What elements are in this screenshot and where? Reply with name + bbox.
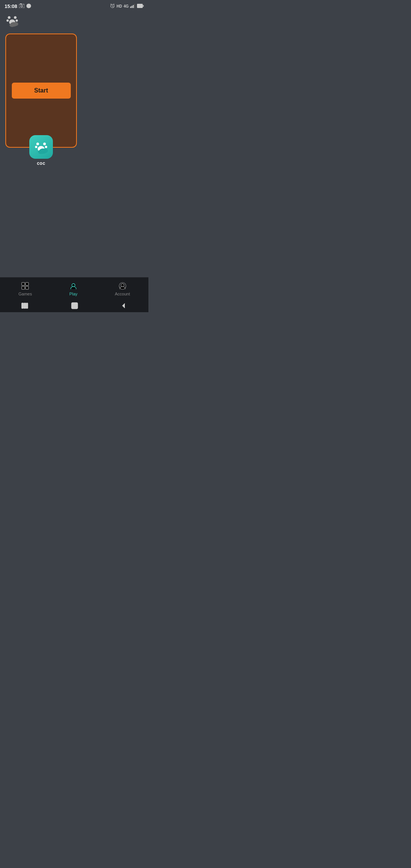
svg-point-28 (35, 146, 37, 148)
svg-rect-2 (20, 3, 22, 5)
svg-point-29 (45, 146, 47, 148)
nav-item-play[interactable]: Play (61, 280, 86, 298)
photo-status-icon (19, 3, 24, 9)
svg-rect-0 (19, 4, 24, 8)
games-icon (21, 281, 30, 290)
svg-point-38 (72, 284, 75, 287)
svg-rect-41 (22, 303, 24, 308)
bottom-nav: Games Play Account (0, 277, 148, 300)
start-button[interactable]: Start (12, 83, 71, 99)
svg-rect-13 (133, 5, 134, 8)
clock-status-icon (26, 3, 31, 9)
svg-point-19 (14, 16, 17, 19)
svg-point-21 (16, 19, 18, 22)
signal-icon (130, 4, 135, 9)
svg-point-39 (121, 284, 124, 287)
svg-point-20 (6, 19, 9, 22)
status-left: 15:08 (5, 3, 31, 9)
battery-icon (137, 4, 144, 9)
play-icon (69, 281, 78, 290)
nav-item-account[interactable]: Account (107, 280, 138, 298)
status-bar: 15:08 HD 4G (0, 0, 148, 11)
nav-item-games[interactable]: Games (11, 280, 39, 298)
svg-rect-17 (143, 5, 144, 7)
svg-rect-35 (25, 282, 29, 286)
4g-label: 4G (124, 4, 129, 8)
account-label: Account (115, 292, 130, 296)
svg-rect-14 (134, 4, 135, 8)
svg-point-25 (14, 22, 18, 26)
svg-line-10 (114, 4, 115, 5)
svg-rect-42 (24, 303, 26, 308)
svg-rect-16 (138, 5, 141, 7)
svg-rect-37 (25, 286, 29, 289)
play-label: Play (69, 292, 77, 296)
svg-point-33 (43, 149, 48, 153)
alarm-icon (110, 3, 115, 9)
svg-point-27 (43, 143, 46, 145)
svg-rect-43 (26, 303, 28, 308)
games-label: Games (18, 292, 32, 296)
account-icon (118, 281, 127, 290)
status-right: HD 4G (110, 3, 144, 9)
main-content: Start co (0, 30, 148, 172)
system-nav (0, 300, 148, 312)
svg-point-26 (37, 143, 39, 145)
svg-point-1 (21, 5, 23, 7)
app-logo (5, 14, 19, 27)
app-icon-container: coc (29, 135, 53, 166)
app-name: coc (37, 161, 45, 166)
svg-line-9 (111, 4, 112, 5)
svg-rect-34 (22, 282, 25, 286)
svg-rect-11 (130, 6, 131, 8)
hd-label: HD (116, 4, 122, 8)
svg-rect-12 (132, 6, 133, 8)
svg-rect-36 (22, 286, 25, 289)
recents-button[interactable] (21, 303, 28, 310)
svg-point-18 (8, 16, 11, 19)
game-card: Start co (5, 34, 77, 148)
home-button[interactable] (71, 302, 78, 310)
svg-rect-44 (72, 303, 78, 309)
app-icon[interactable] (29, 135, 53, 159)
svg-line-8 (113, 6, 113, 7)
app-header (0, 11, 148, 30)
back-button[interactable] (121, 303, 127, 310)
status-time: 15:08 (5, 3, 17, 9)
